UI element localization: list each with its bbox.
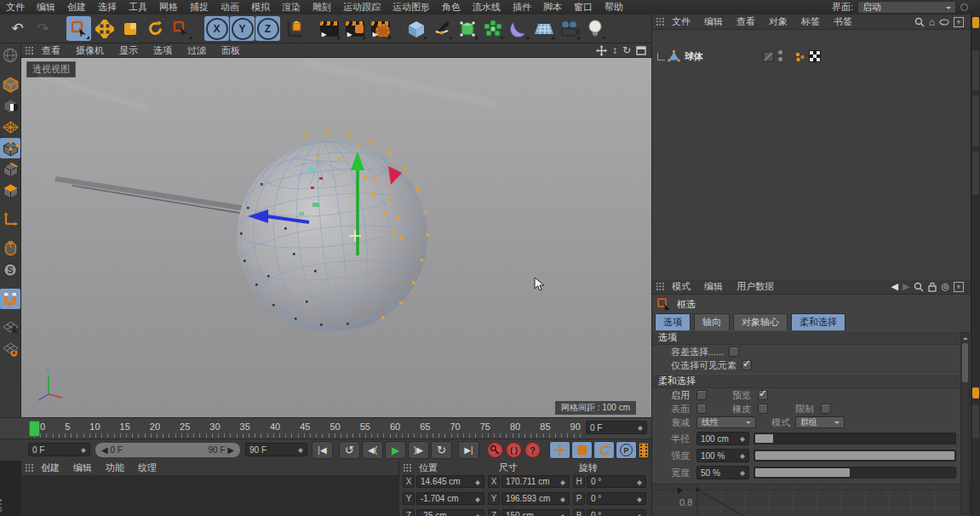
object-manager-menu-item[interactable]: 标签: [794, 15, 827, 28]
end-frame-field[interactable]: 90 F: [245, 443, 307, 456]
viewport-menu-item[interactable]: 面板: [214, 44, 248, 57]
grip-icon[interactable]: [656, 17, 665, 26]
grip-icon[interactable]: [25, 463, 34, 473]
attribute-tab[interactable]: 柔和选择: [791, 313, 845, 331]
docked-panel-tab[interactable]: [972, 404, 979, 439]
size-y-field[interactable]: 196.593 cm: [501, 492, 570, 505]
menu-item[interactable]: 角色: [436, 1, 467, 14]
object-name[interactable]: 球体: [685, 50, 703, 63]
grip-icon[interactable]: [403, 463, 412, 473]
light-button[interactable]: [582, 16, 607, 41]
material-menu-item[interactable]: 编辑: [66, 462, 99, 474]
add-panel-icon[interactable]: +: [954, 17, 964, 27]
rotation-p-field[interactable]: 0 °: [587, 492, 646, 505]
z-axis-lock-button[interactable]: Z: [255, 16, 280, 41]
selection-tool-button[interactable]: [169, 16, 193, 41]
zoom-view-icon[interactable]: ↕: [612, 44, 617, 56]
start-frame-field[interactable]: 0 F: [28, 443, 90, 456]
deformer-button[interactable]: [506, 16, 530, 41]
attribute-menu-item[interactable]: 编辑: [697, 280, 730, 293]
viewport[interactable]: 查看摄像机显示选项过滤面板 ↕ ↻ 透视视图: [21, 43, 651, 417]
mograph-button[interactable]: [480, 16, 505, 41]
subdivision-surface-button[interactable]: [455, 16, 479, 41]
spline-pen-button[interactable]: [429, 16, 454, 41]
texture-mode-button[interactable]: [0, 95, 20, 116]
menu-item[interactable]: 雕刻: [307, 1, 337, 14]
menu-item[interactable]: 运动图形: [387, 1, 436, 14]
docked-panel-icon[interactable]: [972, 17, 979, 28]
menu-item[interactable]: 创建: [61, 1, 92, 14]
object-manager-menu-item[interactable]: 编辑: [697, 15, 730, 28]
falloff-dropdown[interactable]: 线性: [696, 416, 756, 428]
visible-only-checkbox[interactable]: [742, 360, 752, 370]
menu-item[interactable]: 运动跟踪: [337, 1, 387, 14]
menu-item[interactable]: 编辑: [31, 1, 61, 14]
object-manager-menu-item[interactable]: 文件: [665, 15, 697, 28]
menu-item[interactable]: 流水线: [467, 1, 507, 14]
attribute-menu-item[interactable]: 模式: [665, 280, 697, 293]
search-icon[interactable]: [914, 282, 924, 292]
search-icon[interactable]: [914, 17, 925, 27]
model-mode-button[interactable]: [0, 74, 20, 95]
record-rotation-toggle[interactable]: [593, 441, 615, 459]
move-tool-button[interactable]: [92, 16, 117, 41]
scroll-up-icon[interactable]: [963, 335, 968, 340]
object-tree[interactable]: 球体: [652, 30, 971, 279]
position-x-field[interactable]: 14.645 cm: [416, 475, 484, 488]
attribute-tab[interactable]: 轴向: [694, 313, 730, 331]
y-axis-lock-button[interactable]: Y: [230, 16, 255, 41]
autokey-button[interactable]: ( ): [506, 442, 522, 458]
menu-item[interactable]: 脚本: [537, 1, 568, 14]
enable-axis-button[interactable]: [0, 209, 20, 230]
enable-checkbox[interactable]: [696, 390, 707, 400]
section-header-options[interactable]: 选项: [652, 330, 960, 345]
previous-frame-button[interactable]: ◀(: [362, 441, 383, 459]
coordinate-system-button[interactable]: [281, 16, 306, 41]
material-menu-item[interactable]: 纹理: [131, 462, 163, 474]
spinner-icon[interactable]: [637, 423, 643, 432]
curve-point[interactable]: [696, 488, 699, 491]
material-menu-item[interactable]: 功能: [99, 462, 131, 474]
layout-icon[interactable]: [960, 3, 968, 11]
record-position-toggle[interactable]: [549, 441, 570, 459]
keyframe-selection-button[interactable]: ?: [524, 442, 541, 458]
section-header-soft-selection[interactable]: 柔和选择: [652, 374, 960, 388]
rotation-b-field[interactable]: 0 °: [587, 509, 646, 516]
lock-workplane-button[interactable]: [0, 318, 20, 338]
menu-item[interactable]: 插件: [507, 1, 537, 14]
object-row-sphere[interactable]: 球体: [652, 49, 971, 63]
menu-item[interactable]: 网格: [153, 1, 184, 14]
scrollbar-thumb[interactable]: [962, 343, 968, 382]
position-y-field[interactable]: -1.704 cm: [416, 492, 484, 505]
maximize-view-icon[interactable]: [636, 46, 646, 55]
rotate-view-icon[interactable]: ↻: [622, 44, 631, 56]
animation-palette-button[interactable]: [638, 441, 650, 459]
add-panel-icon[interactable]: +: [954, 282, 964, 292]
viewport-menu-item[interactable]: 显示: [112, 44, 146, 57]
material-menu-item[interactable]: 创建: [34, 462, 66, 474]
tolerance-checkbox[interactable]: [729, 347, 739, 357]
viewport-menu-item[interactable]: 选项: [146, 44, 180, 57]
preview-checkbox[interactable]: [758, 390, 768, 400]
rotation-h-field[interactable]: 0 °: [587, 475, 646, 488]
surface-checkbox[interactable]: [696, 404, 707, 414]
render-settings-button[interactable]: [368, 16, 393, 41]
menu-item[interactable]: 捕捉: [184, 1, 215, 14]
attribute-menu-item[interactable]: 用户数据: [730, 280, 781, 293]
rotate-tool-button[interactable]: [143, 16, 168, 41]
next-frame-button[interactable]: )▶: [408, 441, 429, 459]
radius-field[interactable]: 100 cm: [696, 432, 749, 445]
preview-range-slider[interactable]: ◀ 0 F 90 F ▶: [95, 443, 240, 457]
play-button[interactable]: ▶: [385, 441, 406, 459]
undo-button[interactable]: ↶: [5, 16, 30, 41]
redo-button[interactable]: ↷: [31, 16, 55, 41]
next-key-button[interactable]: ↻: [431, 441, 452, 459]
editor-visibility-dot[interactable]: [778, 50, 782, 54]
target-icon[interactable]: ◎: [941, 281, 949, 292]
mode-dropdown[interactable]: 群组: [795, 416, 845, 428]
uvw-tag-icon[interactable]: [809, 50, 821, 62]
edges-mode-button[interactable]: [0, 159, 20, 180]
pan-view-icon[interactable]: [596, 45, 607, 56]
viewport-menu-item[interactable]: 摄像机: [68, 44, 112, 57]
docked-panel-tab[interactable]: [972, 50, 979, 91]
